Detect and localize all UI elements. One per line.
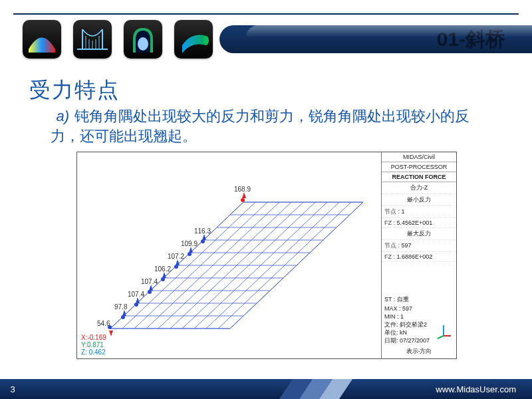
thumb-arch-icon [23, 20, 61, 59]
x-ind: X:-0.169 [81, 334, 106, 341]
val: 1 [402, 208, 405, 215]
top-rule [13, 13, 519, 15]
thumb-tunnel-icon [124, 20, 162, 59]
thumb-pipe-icon [174, 20, 213, 59]
reaction-force-figure: 54.6 97.8 107.4 107.4 106.2 107.2 109.9 … [76, 152, 457, 359]
reaction-value-7: 109.9 [181, 240, 198, 247]
result-info-panel: MIDAS/Civil POST-PROCESSOR REACTION FORC… [381, 152, 456, 358]
thumbnail-row [23, 20, 213, 59]
thumb-bridge-icon [73, 20, 112, 59]
reaction-value-9: 168.9 [234, 186, 251, 193]
node-dot-max [241, 198, 245, 202]
node-dot [188, 252, 192, 256]
node-dot [148, 290, 152, 294]
reaction-value-1: 54.6 [97, 320, 110, 327]
axis-triad-icon [435, 323, 452, 340]
svg-point-0 [138, 37, 148, 51]
reaction-value-8: 116.3 [194, 227, 211, 235]
footer-chevron-icon [279, 379, 359, 399]
svg-line-27 [438, 336, 444, 338]
panel-max-title: 最大反力 [382, 228, 456, 240]
panel-component: 合力-Z [382, 182, 456, 194]
panel-viewdir: 表示-方向 [384, 347, 454, 356]
footer-bar: 3 www.MidasUser.com [0, 379, 532, 399]
view-indicator: X:-0.169 Y:0.871 Z: 0.462 [81, 334, 106, 356]
z-ind: Z: 0.462 [81, 348, 106, 356]
bullet-label: a) [51, 106, 69, 126]
panel-result-type: REACTION FORCE [382, 172, 456, 182]
panel-postproc: POST-PROCESSOR [382, 162, 456, 172]
reaction-value-2: 97.8 [114, 303, 127, 311]
val: 5.4562E+001 [397, 219, 433, 226]
reaction-arrow-max [242, 192, 246, 198]
lbl: FZ : [384, 253, 395, 260]
y-ind: Y:0.871 [81, 341, 106, 348]
val: 597 [402, 242, 412, 249]
panel-min-title: 最小反力 [382, 194, 456, 206]
node-dot [174, 265, 178, 269]
page-number: 3 [0, 384, 25, 394]
lbl: 节点 : [384, 208, 400, 215]
reaction-value-5: 106.2 [154, 265, 171, 273]
reaction-arrow-min [109, 331, 113, 336]
lbl: FZ : [384, 219, 395, 226]
lbl: 节点 : [384, 242, 400, 249]
bullet-text: 钝角角隅处出现较大的反力和剪力，锐角角隅处出现较小的反力，还可能出现翘起。 [51, 108, 469, 144]
svg-point-1 [203, 36, 209, 45]
node-dot [134, 303, 138, 307]
node-dot [161, 277, 165, 281]
panel-minline: MIN : 1 [384, 313, 454, 320]
slide: 01-斜桥 受力特点 a)钝角角隅处出现较大的反力和剪力，锐角角隅处出现较小的反… [0, 0, 532, 399]
title-bar-shine [246, 25, 532, 37]
panel-st: ST : 自重 [384, 295, 454, 304]
footer-url: www.MidasUser.com [436, 384, 516, 394]
section-heading: 受力特点 [29, 76, 120, 105]
reaction-value-3: 107.4 [128, 291, 144, 298]
reaction-value-4: 107.4 [141, 278, 158, 285]
panel-software: MIDAS/Civil [382, 152, 456, 162]
node-dot [201, 239, 205, 243]
bullet-a: a)钝角角隅处出现较大的反力和剪力，锐角角隅处出现较小的反力，还可能出现翘起。 [51, 106, 476, 146]
panel-maxline: MAX : 597 [384, 305, 454, 312]
val: 1.6886E+002 [397, 253, 433, 260]
reaction-value-6: 107.2 [168, 253, 184, 260]
skew-mesh [84, 162, 370, 348]
node-dot [121, 315, 125, 319]
